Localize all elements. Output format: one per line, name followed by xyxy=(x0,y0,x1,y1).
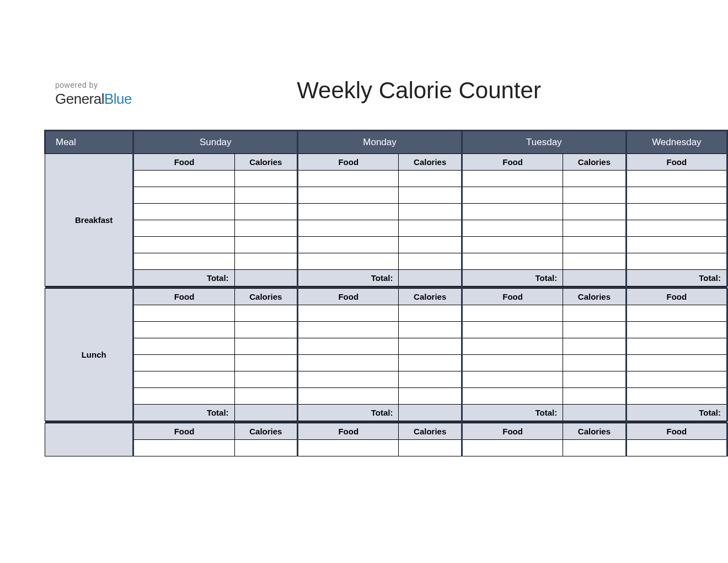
food-cell[interactable] xyxy=(626,355,727,371)
food-cell[interactable] xyxy=(626,371,727,388)
calories-cell[interactable] xyxy=(234,237,298,253)
calories-cell[interactable] xyxy=(563,171,627,187)
food-cell[interactable] xyxy=(626,322,727,338)
calories-cell[interactable] xyxy=(399,440,462,456)
food-cell[interactable] xyxy=(133,388,234,405)
food-cell[interactable] xyxy=(133,338,234,355)
food-cell[interactable] xyxy=(133,171,234,187)
header-day-monday: Monday xyxy=(298,131,462,154)
food-cell[interactable] xyxy=(626,388,727,405)
food-cell[interactable] xyxy=(133,440,234,456)
food-cell[interactable] xyxy=(133,371,234,388)
calories-cell[interactable] xyxy=(399,305,462,322)
calories-cell[interactable] xyxy=(563,204,627,220)
food-cell[interactable] xyxy=(626,171,727,187)
food-cell[interactable] xyxy=(298,204,399,220)
subheader-calories: Calories xyxy=(563,289,627,305)
food-cell[interactable] xyxy=(462,237,563,253)
food-cell[interactable] xyxy=(298,187,399,204)
food-cell[interactable] xyxy=(626,305,727,322)
food-cell[interactable] xyxy=(298,253,399,270)
calories-cell[interactable] xyxy=(563,338,627,355)
food-cell[interactable] xyxy=(133,220,234,237)
food-cell[interactable] xyxy=(298,220,399,237)
food-cell[interactable] xyxy=(133,305,234,322)
calories-cell[interactable] xyxy=(563,305,627,322)
calories-cell[interactable] xyxy=(234,253,298,270)
food-cell[interactable] xyxy=(133,237,234,253)
calories-cell[interactable] xyxy=(563,322,627,338)
subheader-food: Food xyxy=(462,289,563,305)
calories-cell[interactable] xyxy=(399,253,462,270)
subheader-food: Food xyxy=(298,289,399,305)
calories-cell[interactable] xyxy=(234,187,298,204)
calories-cell[interactable] xyxy=(399,204,462,220)
food-cell[interactable] xyxy=(133,187,234,204)
calories-cell[interactable] xyxy=(399,338,462,355)
calories-cell[interactable] xyxy=(563,371,627,388)
calories-cell[interactable] xyxy=(234,355,298,371)
calories-cell[interactable] xyxy=(563,355,627,371)
food-cell[interactable] xyxy=(462,220,563,237)
food-cell[interactable] xyxy=(626,220,727,237)
food-cell[interactable] xyxy=(298,355,399,371)
calories-cell[interactable] xyxy=(399,355,462,371)
food-cell[interactable] xyxy=(133,204,234,220)
calories-cell[interactable] xyxy=(563,187,627,204)
food-cell[interactable] xyxy=(462,204,563,220)
food-cell[interactable] xyxy=(462,187,563,204)
food-cell[interactable] xyxy=(462,440,563,456)
food-cell[interactable] xyxy=(298,371,399,388)
food-cell[interactable] xyxy=(626,204,727,220)
calories-cell[interactable] xyxy=(563,237,627,253)
food-cell[interactable] xyxy=(462,305,563,322)
food-cell[interactable] xyxy=(626,338,727,355)
food-cell[interactable] xyxy=(298,322,399,338)
calories-cell[interactable] xyxy=(563,220,627,237)
calories-cell[interactable] xyxy=(234,171,298,187)
food-cell[interactable] xyxy=(133,355,234,371)
calories-cell[interactable] xyxy=(399,388,462,405)
food-cell[interactable] xyxy=(298,338,399,355)
food-cell[interactable] xyxy=(298,388,399,405)
total-value xyxy=(563,405,627,421)
calories-cell[interactable] xyxy=(563,440,627,456)
calories-cell[interactable] xyxy=(234,440,298,456)
food-cell[interactable] xyxy=(462,171,563,187)
calories-cell[interactable] xyxy=(234,338,298,355)
food-cell[interactable] xyxy=(298,305,399,322)
food-cell[interactable] xyxy=(133,253,234,270)
entry-row xyxy=(45,187,727,204)
calories-cell[interactable] xyxy=(234,371,298,388)
calories-cell[interactable] xyxy=(563,388,627,405)
calories-cell[interactable] xyxy=(399,220,462,237)
food-cell[interactable] xyxy=(462,371,563,388)
food-cell[interactable] xyxy=(133,322,234,338)
food-cell[interactable] xyxy=(298,237,399,253)
food-cell[interactable] xyxy=(626,253,727,270)
food-cell[interactable] xyxy=(462,388,563,405)
food-cell[interactable] xyxy=(462,355,563,371)
food-cell[interactable] xyxy=(298,440,399,456)
food-cell[interactable] xyxy=(626,237,727,253)
food-cell[interactable] xyxy=(462,253,563,270)
calories-cell[interactable] xyxy=(234,204,298,220)
calories-cell[interactable] xyxy=(234,388,298,405)
food-cell[interactable] xyxy=(298,171,399,187)
calories-cell[interactable] xyxy=(234,305,298,322)
food-cell[interactable] xyxy=(626,187,727,204)
calories-cell[interactable] xyxy=(563,253,627,270)
subheader-food: Food xyxy=(133,423,234,440)
calories-cell[interactable] xyxy=(234,220,298,237)
food-cell[interactable] xyxy=(462,338,563,355)
calories-cell[interactable] xyxy=(399,322,462,338)
calories-cell[interactable] xyxy=(399,371,462,388)
calories-cell[interactable] xyxy=(399,237,462,253)
entry-row xyxy=(45,322,727,338)
calories-cell[interactable] xyxy=(399,171,462,187)
calories-cell[interactable] xyxy=(234,322,298,338)
calories-cell[interactable] xyxy=(399,187,462,204)
food-cell[interactable] xyxy=(626,440,727,456)
subheader-calories: Calories xyxy=(234,154,298,171)
food-cell[interactable] xyxy=(462,322,563,338)
